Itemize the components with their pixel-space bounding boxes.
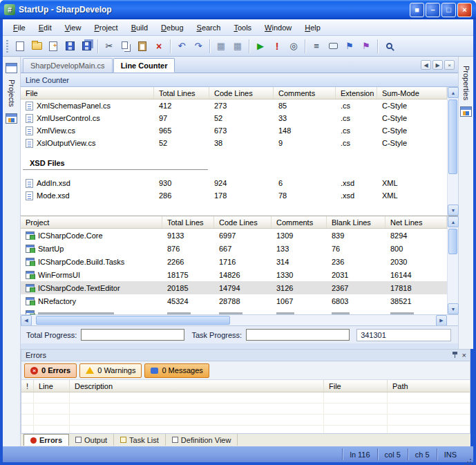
scroll-left-icon[interactable]: ◀ [21,315,32,326]
warnings-filter-button[interactable]: 0 Warnings [79,363,142,378]
menu-view[interactable]: View [59,21,88,34]
menu-debug[interactable]: Debug [155,21,189,34]
tab-errors[interactable]: Errors [23,434,69,446]
open-file-icon[interactable] [28,39,45,54]
table-row[interactable]: XslOutputView.cs 52 38 9 .cs C-Style [21,137,447,149]
sort-lines-icon[interactable]: ≡ [308,39,325,54]
tab-next-icon[interactable]: ▶ [432,60,443,70]
toolbar-grip[interactable] [6,40,8,53]
new-project-icon[interactable] [45,39,61,54]
column-header-extension[interactable]: Extension [336,87,377,99]
horizontal-scrollbar[interactable]: ◀ ▶ [21,314,458,325]
scrollbar-thumb[interactable] [448,229,457,254]
menu-project[interactable]: Project [88,21,124,34]
record-macro-icon[interactable]: ◎ [285,39,302,54]
tools-pad-icon[interactable] [460,106,472,117]
tab-prev-icon[interactable]: ◀ [421,60,431,70]
menu-tools[interactable]: Tools [227,21,258,34]
minimize-button[interactable]: – [426,3,440,17]
tab-sharpdevelopmain[interactable]: SharpDevelopMain.cs [23,58,113,73]
tab-output[interactable]: Output [69,434,114,446]
column-header-project[interactable]: Project [21,216,162,228]
save-file-icon[interactable] [61,39,78,54]
scroll-down-icon[interactable]: ▼ [448,303,459,314]
table-row[interactable]: XmlUserControl.cs 97 52 33 .cs C-Style [21,112,447,124]
table-row-selected[interactable]: ICSharpCode.TextEditor 20185 14794 3126 … [21,281,447,294]
column-header-total-lines[interactable]: Total Lines [162,216,214,228]
column-header-severity[interactable]: ! [21,380,34,392]
menu-edit[interactable]: Edit [32,21,58,34]
scroll-right-icon[interactable]: ▶ [436,315,447,326]
scroll-up-icon[interactable]: ▲ [448,87,459,98]
table-row[interactable]: WinFormsUI 18175 14826 1330 2031 16144 [21,268,447,281]
redo-icon[interactable]: ↷ [190,39,207,54]
column-header-path[interactable]: Path [388,380,470,392]
menu-help[interactable]: Help [298,21,327,34]
table-row-clipped[interactable] [21,307,447,314]
table-row[interactable]: ICSharpCode.Build.Tasks 2266 1716 314 23… [21,255,447,268]
projects-pad-icon[interactable] [6,63,17,73]
table-row[interactable]: ICSharpCode.Core 9133 6997 1309 839 8294 [21,229,447,242]
scrollbar-thumb[interactable] [448,99,457,174]
stop-build-icon[interactable]: ! [269,39,285,54]
column-header-code-lines[interactable]: Code Lines [214,216,272,228]
window-extra-button[interactable]: ■ [410,3,424,17]
table-row[interactable]: AddIn.xsd 930 924 6 .xsd XML [21,177,447,189]
new-file-icon[interactable] [12,39,28,54]
paste-icon[interactable] [134,39,151,54]
menu-file[interactable]: File [7,21,32,34]
resize-grip[interactable] [464,446,473,462]
show-whitespace-icon[interactable]: ▦ [213,39,229,54]
toggle-comment-icon[interactable] [325,39,341,54]
tab-line-counter[interactable]: Line Counter [113,58,175,73]
tab-close-icon[interactable]: × [444,60,455,70]
menu-build[interactable]: Build [125,21,154,34]
table-row[interactable]: XmlView.cs 965 673 148 .cs C-Style [21,124,447,137]
scroll-up-icon[interactable]: ▲ [448,216,459,227]
tab-task-list[interactable]: Task List [114,434,166,446]
prev-bookmark-icon[interactable]: ⚑ [341,39,358,54]
menu-window[interactable]: Window [258,21,298,34]
code-file-icon [26,114,33,123]
column-header-comments[interactable]: Comments [272,216,327,228]
delete-icon[interactable]: × [151,39,167,54]
message-icon [151,368,158,374]
classes-pad-icon[interactable] [6,113,17,124]
menu-search[interactable]: Search [191,21,227,34]
maximize-button[interactable]: □ [441,3,456,17]
copy-icon[interactable] [117,39,134,54]
save-all-icon[interactable] [78,39,95,54]
tab-definition-view[interactable]: Definition View [166,434,238,446]
column-header-comments[interactable]: Comments [274,87,336,99]
column-header-description[interactable]: Description [70,380,324,392]
run-icon[interactable]: ▶ [252,39,269,54]
column-header-line[interactable]: Line [34,380,70,392]
column-header-sum-mode[interactable]: Sum-Mode [377,87,447,99]
search-icon[interactable] [381,39,397,54]
column-header-total-lines[interactable]: Total Lines [154,87,209,99]
column-header-blank-lines[interactable]: Blank Lines [327,216,385,228]
table-row[interactable]: Mode.xsd 286 178 78 .xsd XML [21,189,447,202]
undo-icon[interactable]: ↶ [173,39,190,54]
column-header-net-lines[interactable]: Net Lines [385,216,447,228]
scroll-down-icon[interactable]: ▼ [448,205,459,216]
project-table-vscrollbar[interactable]: ▲ ▼ [447,216,458,314]
next-bookmark-icon[interactable]: ⚑ [358,39,374,54]
projects-pad-tab[interactable]: Projects [8,79,16,107]
column-header-file[interactable]: File [21,87,154,99]
close-icon[interactable]: × [462,352,466,359]
scrollbar-thumb[interactable] [36,316,230,325]
table-row[interactable]: NRefactory 45324 28788 1067 6803 38521 [21,294,447,307]
show-grid-icon[interactable]: ▦ [229,39,246,54]
table-row[interactable]: XmlSchemasPanel.cs 412 273 85 .cs C-Styl… [21,99,447,112]
column-header-code-lines[interactable]: Code Lines [209,87,274,99]
properties-pad-tab[interactable]: Properties [462,66,470,100]
table-row[interactable]: StartUp 876 667 133 76 800 [21,242,447,255]
pin-icon[interactable] [452,352,458,359]
cut-icon[interactable]: ✂ [101,39,117,54]
messages-filter-button[interactable]: 0 Messages [144,363,209,378]
close-button[interactable]: × [457,3,472,17]
errors-filter-button[interactable]: × 0 Errors [24,363,77,378]
column-header-file[interactable]: File [324,380,388,392]
file-table-vscrollbar[interactable]: ▲ ▼ [447,87,458,216]
